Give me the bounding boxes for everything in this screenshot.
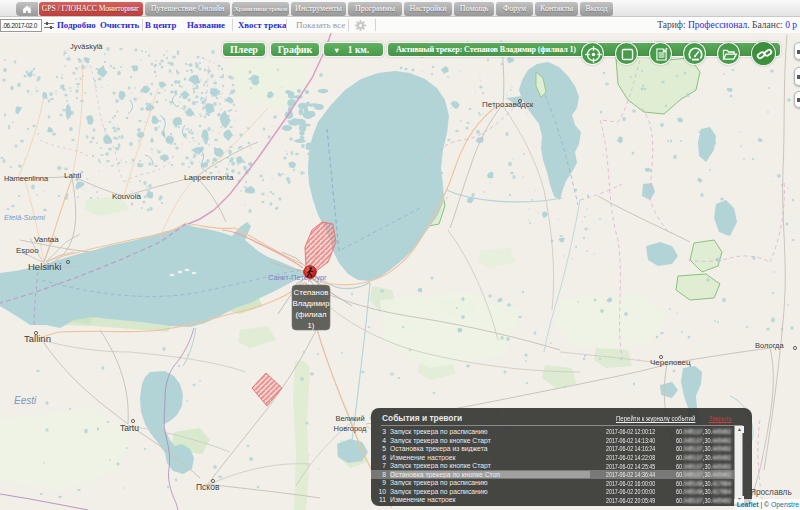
svg-text:Hameenlinna: Hameenlinna: [4, 174, 49, 183]
svg-text:Jyväskylä: Jyväskylä: [70, 42, 103, 51]
svg-text:Ярославль: Ярославль: [750, 488, 792, 497]
svg-text:Степанов: Степанов: [294, 288, 329, 297]
svg-text:(филиал: (филиал: [295, 310, 327, 319]
svg-text:Lappeenranta: Lappeenranta: [184, 173, 234, 182]
svg-text:Vantaa: Vantaa: [34, 235, 59, 244]
svg-text:Kouvola: Kouvola: [112, 192, 141, 201]
svg-text:Lahti: Lahti: [64, 171, 82, 180]
svg-text:Санкт-Петербург: Санкт-Петербург: [268, 273, 327, 282]
svg-text:Петрозаводск: Петрозаводск: [482, 100, 534, 109]
svg-text:Helsinki: Helsinki: [28, 261, 61, 272]
svg-text:Tallinn: Tallinn: [24, 333, 51, 344]
svg-text:Череповец: Череповец: [650, 358, 691, 367]
svg-text:1): 1): [308, 321, 315, 330]
svg-text:Псков: Псков: [196, 482, 220, 492]
svg-text:Espoo: Espoo: [16, 246, 39, 255]
svg-text:Вологда: Вологда: [755, 341, 784, 350]
svg-text:Владимир: Владимир: [292, 299, 330, 308]
svg-text:Tartu: Tartu: [120, 423, 139, 433]
svg-text:Новгород: Новгород: [334, 424, 367, 433]
svg-text:Eesti: Eesti: [14, 395, 37, 406]
svg-text:Etelä-Suomi: Etelä-Suomi: [4, 213, 45, 222]
svg-text:Великий: Великий: [335, 414, 364, 423]
